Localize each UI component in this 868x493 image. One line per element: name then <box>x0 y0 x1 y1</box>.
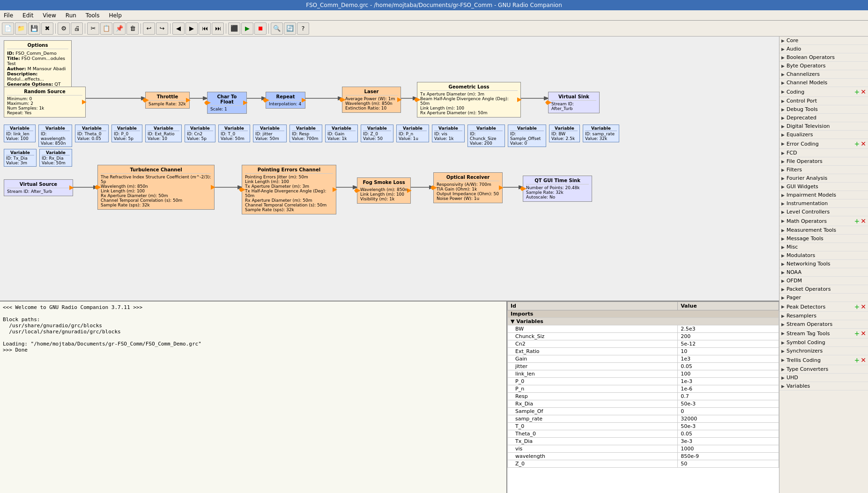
var-vis[interactable]: Variable ID: vis Value: 1k <box>432 125 465 142</box>
sidebar-item-misc[interactable]: ▶Misc <box>779 243 868 251</box>
sidebar-item-fourier-analysis[interactable]: ▶Fourier Analysis <box>779 174 868 183</box>
optical-receiver-block[interactable]: Optical Receiver Responsivity (A/W): 700… <box>433 172 503 203</box>
var-tx-dia[interactable]: Variable ID: Tx_Dia Value: 3m <box>4 149 37 167</box>
sidebar-item-resamplers[interactable]: ▶Resamplers <box>779 312 868 320</box>
table-row[interactable]: link_len100 <box>508 370 779 377</box>
sidebar-item-symbol-coding[interactable]: ▶Symbol Coding <box>779 338 868 347</box>
menu-file[interactable]: File <box>2 11 15 20</box>
nav-start-button[interactable]: ⏮ <box>199 22 211 35</box>
table-row[interactable]: Z_050 <box>508 460 779 467</box>
var-sample-offset[interactable]: Variable ID: Sample_Offset Value: 0 <box>508 125 546 147</box>
table-row[interactable]: Tx_Dia3e-3 <box>508 437 779 445</box>
sidebar-item-file-operators[interactable]: ▶File Operators <box>779 157 868 166</box>
sidebar-item-measurement-tools[interactable]: ▶Measurement Tools <box>779 226 868 235</box>
laser-block[interactable]: Laser Average Power (W): 1m Wavelength (… <box>342 87 401 113</box>
menu-view[interactable]: View <box>41 11 58 20</box>
options-block[interactable]: Options ID: FSO_Comm_Demo Title: FSO Com… <box>4 40 72 94</box>
var-wavelength[interactable]: Variable ID: wavelength Value: 850n <box>38 125 72 147</box>
sidebar-item-modulators[interactable]: ▶Modulators <box>779 251 868 260</box>
table-row[interactable]: Ext_Ratio10 <box>508 347 779 355</box>
var-link-len[interactable]: Variable ID: link_len Value: 100 <box>4 125 36 142</box>
var-ext-ratio[interactable]: Variable ID: Ext_Ratio Value: 10 <box>145 125 182 142</box>
var-pn[interactable]: Variable ID: P_n Value: 1u <box>396 125 429 142</box>
menu-tools[interactable]: Tools <box>84 11 102 20</box>
add-category-button[interactable]: + <box>854 140 860 147</box>
turbulence-block[interactable]: Turbulence Channel The Refractive Index … <box>97 165 215 210</box>
virtual-sink-block[interactable]: Virtual Sink Stream ID: After_Turb <box>548 92 600 113</box>
table-row[interactable]: BW2.5e3 <box>508 325 779 332</box>
paste-button[interactable]: 📌 <box>113 22 126 35</box>
sidebar-item-noaa[interactable]: ▶NOAA <box>779 268 868 277</box>
sidebar-item-deprecated[interactable]: ▶Deprecated <box>779 114 868 122</box>
print-button[interactable]: 🖨 <box>71 22 83 35</box>
sidebar-item-networking-tools[interactable]: ▶Networking Tools <box>779 260 868 268</box>
table-row[interactable]: wavelength850e-9 <box>508 452 779 460</box>
help-button[interactable]: ? <box>297 22 309 35</box>
table-row[interactable]: Gain1e3 <box>508 355 779 362</box>
sidebar-item-message-tools[interactable]: ▶Message Tools <box>779 235 868 243</box>
sidebar-item-packet-operators[interactable]: ▶Packet Operators <box>779 285 868 294</box>
var-rx-dia[interactable]: Variable ID: Rx_Dia Value: 50m <box>39 149 72 167</box>
sidebar-item-fcd[interactable]: ▶FCD <box>779 149 868 157</box>
table-row[interactable]: P_01e-3 <box>508 377 779 385</box>
remove-category-button[interactable]: ✕ <box>861 330 866 337</box>
remove-category-button[interactable]: ✕ <box>861 356 866 364</box>
sidebar-item-byte-operators[interactable]: ▶Byte Operators <box>779 62 868 70</box>
sidebar-item-ofdm[interactable]: ▶OFDM <box>779 277 868 285</box>
table-row[interactable]: jitter0.05 <box>508 362 779 370</box>
sidebar-item-variables[interactable]: ▶Variables <box>779 382 868 390</box>
sidebar-item-equalizers[interactable]: ▶Equalizers <box>779 131 868 139</box>
delete-button[interactable]: 🗑 <box>126 22 139 35</box>
pointing-errors-block[interactable]: Pointing Errors Channel Pointing Errors … <box>242 165 336 214</box>
add-category-button[interactable]: + <box>854 303 860 310</box>
run-button[interactable]: ▶ <box>241 22 253 35</box>
table-row[interactable]: Theta_00.05 <box>508 430 779 437</box>
var-resp[interactable]: Variable ID: Resp Value: 700m <box>289 125 322 142</box>
add-category-button[interactable]: + <box>854 330 860 337</box>
copy-button[interactable]: 📋 <box>100 22 112 35</box>
sidebar-item-math-operators[interactable]: ▶Math Operators+✕ <box>779 216 868 226</box>
sidebar-item-instrumentation[interactable]: ▶Instrumentation <box>779 199 868 208</box>
menu-edit[interactable]: Edit <box>21 11 35 20</box>
geometric-loss-block[interactable]: Geometric Loss Tx Aperture Diameter (m):… <box>417 82 521 118</box>
sidebar-item-type-converters[interactable]: ▶Type Converters <box>779 365 868 374</box>
sidebar-item-debug-tools[interactable]: ▶Debug Tools <box>779 105 868 114</box>
sidebar-item-pager[interactable]: ▶Pager <box>779 294 868 302</box>
remove-category-button[interactable]: ✕ <box>861 140 866 147</box>
table-row[interactable]: Sample_Of0 <box>508 407 779 415</box>
table-row[interactable]: T_050e-3 <box>508 422 779 430</box>
sidebar-item-channelizers[interactable]: ▶Channelizers <box>779 70 868 79</box>
nav-fwd-button[interactable]: ▶ <box>185 22 198 35</box>
fog-smoke-block[interactable]: Fog Smoke Loss Wavelength (m): 850n Link… <box>357 177 411 204</box>
var-samp-rate[interactable]: Variable ID: samp_rate Value: 32k <box>583 125 619 142</box>
redo-button[interactable]: ↪ <box>156 22 168 35</box>
var-jitter[interactable]: Variable ID: jitter Value: 50m <box>253 125 287 142</box>
var-t0[interactable]: Variable ID: T_0 Value: 50m <box>218 125 250 142</box>
throttle-block[interactable]: Throttle Sample Rate: 32k <box>145 92 190 109</box>
table-row[interactable]: samp_rate32000 <box>508 415 779 422</box>
repeat-block[interactable]: Repeat Interpolation: 4 <box>266 92 305 109</box>
qt-gui-sink-block[interactable]: QT GUI Time Sink Number of Points: 20.48… <box>523 176 592 202</box>
random-source-block[interactable]: Random Source Minimum: 0 Maximum: 2 Num … <box>4 87 86 118</box>
stop-button[interactable]: ⏹ <box>254 22 267 35</box>
table-row[interactable]: Rx_Dia50e-3 <box>508 400 779 407</box>
var-cn2[interactable]: Variable ID: Cn2 Value: 5p <box>185 125 215 142</box>
add-category-button[interactable]: + <box>854 356 860 364</box>
sidebar-item-coding[interactable]: ▶Coding+✕ <box>779 87 868 97</box>
sidebar-item-impairment-models[interactable]: ▶Impairment Models <box>779 191 868 199</box>
add-category-button[interactable]: + <box>854 88 860 96</box>
var-chunck[interactable]: Variable ID: Chunck_Size Value: 200 <box>467 125 505 147</box>
menu-run[interactable]: Run <box>64 11 78 20</box>
remove-category-button[interactable]: ✕ <box>861 217 866 225</box>
char-to-float-block[interactable]: Char To Float Scale: 1 <box>207 92 247 114</box>
sidebar-item-synchronizers[interactable]: ▶Synchronizers <box>779 347 868 355</box>
var-bw[interactable]: Variable ID: BW Value: 2.5k <box>549 125 580 142</box>
search-button[interactable]: 🔍 <box>271 22 283 35</box>
sidebar-item-gui-widgets[interactable]: ▶GUI Widgets <box>779 183 868 191</box>
remove-category-button[interactable]: ✕ <box>861 303 866 310</box>
remove-category-button[interactable]: ✕ <box>861 88 866 96</box>
kill-button[interactable]: ⬛ <box>228 22 240 35</box>
var-gain[interactable]: Variable ID: Gain Value: 1k <box>325 125 358 142</box>
table-row[interactable]: Resp0.7 <box>508 392 779 400</box>
sidebar-item-control-port[interactable]: ▶Control Port <box>779 97 868 105</box>
